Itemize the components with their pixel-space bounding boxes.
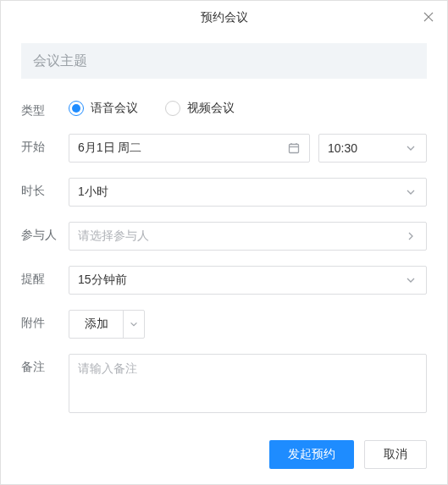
reminder-value: 15分钟前 [78,273,399,288]
window-title: 预约会议 [201,10,248,25]
row-reminder: 提醒 15分钟前 [21,266,427,295]
label-remark: 备注 [21,354,69,375]
duration-select[interactable]: 1小时 [69,178,427,207]
row-participants: 参与人 请选择参与人 [21,222,427,251]
radio-label: 语音会议 [91,101,138,116]
radio-label: 视频会议 [187,101,235,116]
label-attachment: 附件 [21,310,69,331]
row-type: 类型 语音会议 视频会议 [21,97,427,118]
radio-icon [69,101,84,116]
start-time-value: 10:30 [328,141,399,155]
label-type: 类型 [21,97,69,118]
remark-input[interactable] [69,354,427,413]
add-attachment-button[interactable]: 添加 [69,310,145,339]
close-button[interactable] [420,9,437,26]
start-date-value: 6月1日 周二 [78,141,282,156]
label-start: 开始 [21,134,69,155]
dialog-body: 类型 语音会议 视频会议 开始 6月1日 周二 [1,35,447,413]
calendar-icon [287,142,301,154]
schedule-meeting-dialog: 预约会议 类型 语音会议 视频会议 [0,0,448,485]
chevron-right-icon [404,230,418,242]
chevron-down-icon [404,142,418,154]
row-remark: 备注 [21,354,427,413]
form: 类型 语音会议 视频会议 开始 6月1日 周二 [21,97,427,413]
chevron-down-icon [124,319,144,329]
start-date-picker[interactable]: 6月1日 周二 [69,134,310,163]
svg-rect-2 [290,145,299,153]
reminder-select[interactable]: 15分钟前 [69,266,427,295]
radio-icon [165,101,180,116]
meeting-topic-input[interactable] [21,43,427,79]
titlebar: 预约会议 [1,1,447,35]
start-time-picker[interactable]: 10:30 [318,134,427,163]
row-duration: 时长 1小时 [21,178,427,207]
row-start: 开始 6月1日 周二 10:30 [21,134,427,163]
label-reminder: 提醒 [21,266,69,287]
footer: 发起预约 取消 [269,440,427,469]
label-duration: 时长 [21,178,69,199]
meeting-type-group: 语音会议 视频会议 [69,97,427,116]
participants-placeholder: 请选择参与人 [78,229,399,244]
close-icon [423,11,434,25]
label-participants: 参与人 [21,222,69,243]
attachment-label: 添加 [69,317,123,332]
participants-picker[interactable]: 请选择参与人 [69,222,427,251]
radio-voice-meeting[interactable]: 语音会议 [69,101,138,116]
chevron-down-icon [404,186,418,198]
duration-value: 1小时 [78,185,399,200]
row-attachment: 附件 添加 [21,310,427,339]
radio-video-meeting[interactable]: 视频会议 [165,101,235,116]
submit-button[interactable]: 发起预约 [269,440,354,469]
cancel-button[interactable]: 取消 [364,440,427,469]
chevron-down-icon [404,274,418,286]
